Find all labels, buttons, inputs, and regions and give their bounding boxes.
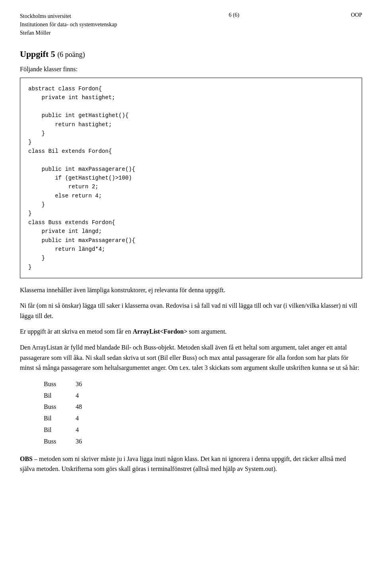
department-name: Institutionen för data- och systemvetens… [20,20,117,29]
output-label-2: Bil [44,390,64,402]
obs-paragraph: OBS – metoden som ni skriver måste ju i … [20,454,362,474]
page-header: Stockholms universitet Institutionen för… [20,12,362,37]
output-value-2: 4 [76,390,88,402]
obs-bold-label: OBS [20,455,33,462]
output-row-2: Bil 4 [44,390,362,402]
task-description-para1: Er uppgift är att skriva en metod som få… [20,326,362,337]
university-name: Stockholms universitet [20,12,117,20]
code-block: abstract class Fordon{ private int hasti… [20,78,362,278]
arraylist-code: ArrayList<Fordon> [133,328,187,335]
header-left: Stockholms universitet Institutionen för… [20,12,117,37]
output-list: Buss 36 Bil 4 Buss 48 Bil 4 Bil 4 Buss 3… [44,379,362,447]
note1-text: Klasserna innehåller även lämpliga konst… [20,285,362,295]
assignment-title-block: Uppgift 5 (6 poäng) [20,49,362,59]
page-info: 6 (6) [229,12,240,18]
para1-end: som argument. [187,328,227,335]
output-value-1: 36 [76,379,88,390]
note2-text: Ni får (om ni så önskar) lägga till sake… [20,301,362,321]
output-row-6: Buss 36 [44,436,362,447]
output-row-1: Buss 36 [44,379,362,390]
output-value-6: 36 [76,436,88,447]
output-row-5: Bil 4 [44,424,362,436]
following-classes-label: Följande klasser finns: [20,66,362,73]
title-text: Uppgift 5 [20,49,55,59]
points-text: (6 poäng) [57,51,85,59]
output-label-5: Bil [44,424,64,436]
assignment-title: Uppgift 5 (6 poäng) [20,49,85,59]
output-label-4: Bil [44,413,64,424]
task-description-para2: Den ArrayListan är fylld med blandade Bi… [20,342,362,373]
author-name: Stefan Möller [20,29,117,37]
output-value-3: 48 [76,401,88,413]
output-row-3: Buss 48 [44,401,362,413]
course-label: OOP [351,12,362,18]
para1-start: Er uppgift är att skriva en metod som få… [20,328,133,335]
output-label-3: Buss [44,401,64,413]
output-label-6: Buss [44,436,64,447]
obs-text: – metoden som ni skriver måste ju i Java… [20,455,346,473]
output-label-1: Buss [44,379,64,390]
output-value-4: 4 [76,413,88,424]
output-value-5: 4 [76,424,88,436]
output-row-4: Bil 4 [44,413,362,424]
